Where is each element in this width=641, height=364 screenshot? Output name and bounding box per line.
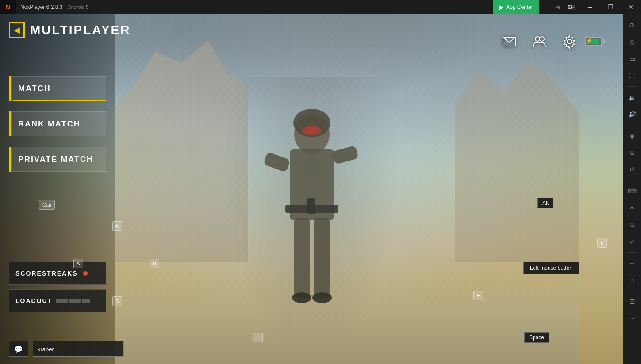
close-button[interactable]: ✕ (621, 0, 641, 14)
battery-tip (603, 39, 605, 44)
game-top-icons (499, 32, 579, 51)
sidebar-divider-3 (627, 180, 637, 180)
tooltip-alt: Alt (537, 198, 553, 208)
titlebar: N NoxPlayer 6.2.8.3 Android 5 ▶ App Cent… (0, 0, 641, 14)
sidebar-divider-5 (627, 291, 637, 291)
sidebar-dots-button[interactable]: ⋯ (625, 311, 640, 326)
svg-point-10 (292, 292, 311, 303)
svg-point-11 (312, 292, 332, 303)
friends-button[interactable] (530, 32, 549, 51)
android-version: Android 5 (68, 4, 88, 10)
sidebar-rotate-button[interactable]: ⟳ (625, 18, 640, 33)
sidebar-keyboard-button[interactable]: ⌨ (625, 184, 640, 199)
svg-point-2 (302, 126, 322, 135)
sidebar-fullscreen-button[interactable]: ⛶ (625, 68, 640, 83)
nav-title: ◀ MULTIPLAYER (9, 22, 131, 38)
svg-point-14 (540, 37, 544, 41)
svg-rect-9 (314, 218, 330, 298)
svg-rect-7 (307, 198, 315, 214)
sidebar-scissors-button[interactable]: ✂ (625, 200, 640, 215)
charging-icon: ⚡ (586, 38, 592, 44)
svg-point-15 (567, 39, 572, 44)
svg-point-13 (535, 37, 540, 41)
svg-rect-4 (263, 152, 290, 172)
sidebar-resize-button[interactable]: ⤢ (625, 234, 640, 249)
sidebar-vol-down-button[interactable]: 🔉 (625, 90, 640, 105)
settings-titlebar-button[interactable]: ⚙ (560, 0, 580, 14)
mail-button[interactable] (499, 32, 519, 51)
sidebar-copy-button[interactable]: ⧉ (625, 217, 640, 232)
settings-game-button[interactable] (560, 32, 579, 51)
page-title: MULTIPLAYER (30, 23, 131, 37)
key-hint-b: B (597, 238, 607, 248)
sidebar-screenshot-button[interactable]: ◉ (625, 128, 640, 143)
menu-item-rank-match[interactable]: RANK MATCH (9, 111, 106, 136)
sidebar-multi-button[interactable]: ⧉ (625, 145, 640, 160)
app-name: NoxPlayer 6.2.8.3 (20, 4, 62, 10)
notification-dot (83, 271, 88, 276)
right-sidebar: ⟳ ◎ ▭ ⛶ 🔉 🔊 ◉ ⧉ ↺ ⌨ ✂ ⧉ ⤢ ← ⌂ ☰ ⋯ (623, 14, 641, 364)
soldier-svg (241, 99, 383, 364)
key-hint-c: C (253, 333, 263, 342)
loadout-button[interactable]: LOADOUT (9, 289, 106, 312)
app-center-button[interactable]: ▶ App Center (493, 0, 539, 14)
sidebar-back-button[interactable]: ← (625, 256, 640, 271)
app-center-label: App Center (506, 4, 533, 10)
window-controls: ⚙ ─ ❐ ✕ (560, 0, 641, 14)
scorestreaks-button[interactable]: SCORESTREAKS (9, 262, 106, 285)
left-panel: ◀ MULTIPLAYER MATCH RANK MATCH PRIVATE M… (0, 14, 115, 364)
chat-area: 💬 kraber (9, 341, 124, 357)
loadout-bars (56, 299, 90, 303)
key-hint-f: F (473, 291, 483, 300)
back-button[interactable]: ◀ (9, 22, 25, 38)
sidebar-divider-4 (627, 252, 637, 253)
sidebar-home-button[interactable]: ⌂ (625, 272, 640, 287)
sidebar-divider-2 (627, 125, 637, 125)
battery-body: ⚡ (585, 37, 602, 46)
nox-logo: N NoxPlayer 6.2.8.3 Android 5 (0, 0, 88, 14)
menu-item-match[interactable]: MATCH (9, 76, 106, 101)
sidebar-refresh-button[interactable]: ↺ (625, 162, 640, 177)
chat-button[interactable]: 💬 (9, 341, 28, 357)
tooltip-lmb: Left mouse button (523, 262, 579, 274)
svg-rect-8 (294, 218, 310, 298)
key-hint-d: D (150, 259, 159, 268)
tooltip-space: Space (524, 332, 549, 343)
sidebar-menu-button[interactable]: ☰ (625, 294, 640, 309)
back-arrow-icon: ◀ (14, 25, 20, 35)
minimize-button[interactable]: ─ (580, 0, 600, 14)
key-hint-w: W (112, 221, 122, 231)
battery-indicator: ⚡ (582, 32, 608, 51)
username-display: kraber (33, 341, 124, 357)
restore-button[interactable]: ❐ (600, 0, 621, 14)
sidebar-divider-1 (627, 86, 637, 87)
key-hint-a: A (73, 259, 83, 268)
sidebar-screen-button[interactable]: ▭ (625, 51, 640, 66)
sidebar-location-button[interactable]: ◎ (625, 34, 640, 50)
game-area: ◀ MULTIPLAYER MATCH RANK MATCH PRIVATE M… (0, 14, 623, 364)
sidebar-vol-up-button[interactable]: 🔊 (625, 107, 640, 122)
key-hint-cap: Cap (39, 200, 55, 210)
soldier-character (223, 77, 400, 364)
key-hint-s: S (112, 296, 122, 306)
svg-rect-5 (332, 146, 359, 165)
nox-logo-icon: N (6, 4, 10, 11)
menu-item-private-match[interactable]: PRIVATE MATCH (9, 147, 106, 172)
